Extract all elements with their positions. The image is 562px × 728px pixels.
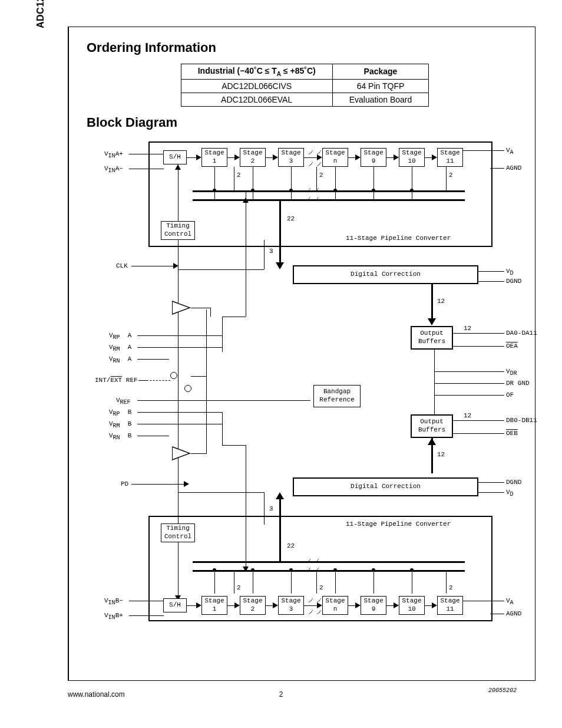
pin-da: DA0-DA11 xyxy=(506,330,537,337)
pin-vinb-minus: VINB− xyxy=(104,597,123,606)
amp-icon xyxy=(172,446,191,460)
pin-va-b: VA xyxy=(506,597,514,606)
pin-pd: PD xyxy=(121,480,128,487)
block-bandgap: Bandgap Reference xyxy=(313,385,361,407)
label-pipe-b: 11-Stage Pipeline Converter xyxy=(346,521,451,528)
block-stage: Stage 1 xyxy=(201,148,227,167)
pin-clk: CLK xyxy=(116,262,128,269)
pin-agnd-b: AGND xyxy=(506,610,521,617)
block-stage: Stage 2 xyxy=(240,148,266,167)
block-outbuf-a: Output Buffers xyxy=(411,326,453,350)
ordering-col2: Package xyxy=(332,64,429,80)
block-stage: Stage 3 xyxy=(278,148,304,167)
ordering-table: Industrial (−40˚C ≤ TA ≤ +85˚C) Package … xyxy=(181,64,429,107)
block-digcor-b: Digital Correction xyxy=(293,477,478,496)
pin-dgnd: DGND xyxy=(506,278,521,285)
pin-vref: VREF xyxy=(116,397,131,406)
table-row: ADC12DL066EVAL Evaluation Board xyxy=(181,93,429,106)
block-stage: Stage 3 xyxy=(278,596,304,615)
block-stage: Stage n xyxy=(322,596,348,615)
pin-vina-plus: VINA+ xyxy=(104,150,123,159)
heading-ordering: Ordering Information xyxy=(87,40,523,55)
block-outbuf-b: Output Buffers xyxy=(411,414,453,438)
pin-agnd: AGND xyxy=(506,164,521,172)
pin-vrna: VRN A xyxy=(109,355,131,364)
pin-va: VA xyxy=(506,147,514,156)
block-stage: Stage 9 xyxy=(361,596,386,615)
block-digcor-a: Digital Correction xyxy=(293,265,478,284)
block-stage: Stage n xyxy=(322,148,348,167)
block-stage: Stage 2 xyxy=(240,596,266,615)
heading-block-diagram: Block Diagram xyxy=(87,115,523,130)
pin-of: OF xyxy=(506,391,514,398)
block-stage: Stage 9 xyxy=(361,148,386,167)
block-stage: Stage 10 xyxy=(399,596,425,615)
pin-vd-b: VD xyxy=(506,489,514,498)
switch-icon xyxy=(184,385,191,392)
label-pipe-a: 11-Stage Pipeline Converter xyxy=(346,235,451,242)
block-stage: Stage 11 xyxy=(437,148,463,167)
pin-vrnb: VRN B xyxy=(109,432,131,441)
block-sh-b: S/H xyxy=(163,598,187,612)
pin-db: DB0-DB11 xyxy=(506,417,537,424)
pin-vina-minus: VINA− xyxy=(104,165,123,174)
block-stage: Stage 10 xyxy=(399,148,425,167)
pin-vdr: VDR xyxy=(506,368,517,377)
block-stage: Stage 1 xyxy=(201,596,227,615)
block-timing-a: Timing Control xyxy=(161,221,195,240)
pin-oeb: OEB xyxy=(506,430,518,437)
amp-icon xyxy=(172,301,191,315)
pin-vinb-plus: VINB+ xyxy=(104,612,123,621)
pin-dgnd-b: DGND xyxy=(506,479,521,486)
pin-oea: OEA xyxy=(506,342,518,350)
pin-drgnd: DR GND xyxy=(506,380,530,387)
block-stage: Stage 11 xyxy=(437,596,463,615)
pin-vrpa: VRP A xyxy=(109,332,131,341)
pin-intext: INT/EXT REF xyxy=(95,377,138,384)
page-content: Ordering Information Industrial (−40˚C ≤… xyxy=(68,27,535,681)
pin-vrma: VRM A xyxy=(109,344,131,353)
block-diagram: VINA+ VINA− S/H Stage 1 Stage 2 Stage 3 … xyxy=(104,139,517,693)
footer-page: 2 xyxy=(0,690,562,699)
side-part-label: ADC12DL066 xyxy=(35,0,46,28)
block-sh-a: S/H xyxy=(163,150,187,164)
pin-vrpb: VRP B xyxy=(109,409,131,417)
switch-icon xyxy=(170,372,177,379)
block-timing-b: Timing Control xyxy=(161,523,195,542)
table-row: ADC12DL066CIVS 64 Pin TQFP xyxy=(181,79,429,93)
ordering-col1: Industrial (−40˚C ≤ TA ≤ +85˚C) xyxy=(181,64,332,80)
pin-vd: VD xyxy=(506,268,514,276)
pin-vrmb: VRM B xyxy=(109,420,131,429)
